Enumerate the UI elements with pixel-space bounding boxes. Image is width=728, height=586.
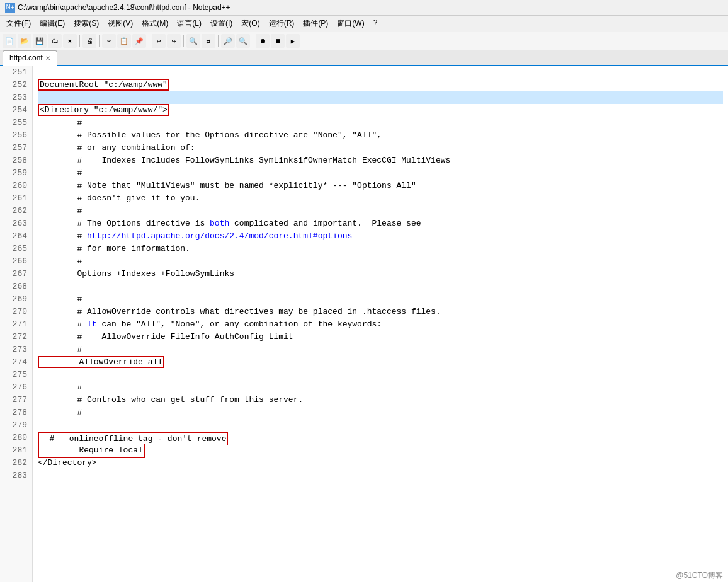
toolbar-sep-2 bbox=[99, 35, 100, 47]
line-num-274: 274 bbox=[3, 356, 27, 369]
line-num-251: 251 bbox=[3, 66, 27, 79]
tb-zoom-in[interactable]: 🔎 bbox=[221, 34, 235, 48]
code-line-280: # onlineoffline tag - don't remove bbox=[38, 432, 723, 444]
code-content[interactable]: DocumentRoot "c:/wamp/www"<Directory "c:… bbox=[33, 66, 728, 582]
code-line-265: # for more information. bbox=[38, 243, 723, 255]
code-line-268 bbox=[38, 280, 723, 293]
line-num-268: 268 bbox=[3, 280, 27, 293]
menu-item-e[interactable]: 编辑(E) bbox=[36, 17, 69, 30]
line-numbers: 2512522532542552562572582592602612622632… bbox=[0, 66, 33, 582]
line-num-275: 275 bbox=[3, 369, 27, 381]
menu-item-f[interactable]: 文件(F) bbox=[3, 17, 35, 30]
line-num-261: 261 bbox=[3, 192, 27, 205]
tab-httpd-conf[interactable]: httpd.conf ✕ bbox=[3, 50, 57, 66]
code-line-260: # Note that "MultiViews" must be named *… bbox=[38, 180, 723, 192]
toolbar-sep-1 bbox=[79, 35, 80, 47]
code-line-270: # AllowOverride controls what directives… bbox=[38, 306, 723, 318]
tb-copy[interactable]: 📋 bbox=[117, 34, 131, 48]
line-num-280: 280 bbox=[3, 432, 27, 444]
code-line-272: # AllowOverride FileInfo AuthConfig Limi… bbox=[38, 331, 723, 343]
code-line-264: # http://httpd.apache.org/docs/2.4/mod/c… bbox=[38, 230, 723, 243]
code-line-271: # It can be "All", "None", or any combin… bbox=[38, 318, 723, 331]
menu-item-o[interactable]: 宏(O) bbox=[237, 17, 263, 30]
menu-item-[interactable]: ? bbox=[370, 17, 382, 30]
menu-item-v[interactable]: 视图(V) bbox=[104, 17, 137, 30]
line-num-252: 252 bbox=[3, 79, 27, 91]
menu-item-m[interactable]: 格式(M) bbox=[138, 17, 172, 30]
line-num-256: 256 bbox=[3, 129, 27, 142]
code-line-267: Options +Indexes +FollowSymLinks bbox=[38, 268, 723, 280]
line-num-254: 254 bbox=[3, 104, 27, 117]
line-num-260: 260 bbox=[3, 180, 27, 192]
line-num-277: 277 bbox=[3, 394, 27, 406]
menu-item-w[interactable]: 窗口(W) bbox=[333, 17, 368, 30]
code-line-254: <Directory "c:/wamp/www/"> bbox=[38, 104, 723, 117]
line-num-257: 257 bbox=[3, 142, 27, 154]
code-line-266: # bbox=[38, 255, 723, 268]
line-num-278: 278 bbox=[3, 406, 27, 419]
code-line-256: # Possible values for the Options direct… bbox=[38, 129, 723, 142]
tb-open[interactable]: 📂 bbox=[18, 34, 31, 48]
code-line-269: # bbox=[38, 293, 723, 306]
menu-item-l[interactable]: 语言(L) bbox=[173, 17, 205, 30]
code-line-273: # bbox=[38, 343, 723, 356]
tab-close-btn[interactable]: ✕ bbox=[45, 55, 50, 62]
line-num-276: 276 bbox=[3, 381, 27, 394]
line-num-281: 281 bbox=[3, 444, 27, 457]
line-num-263: 263 bbox=[3, 217, 27, 230]
toolbar-sep-3 bbox=[149, 35, 149, 47]
tb-new[interactable]: 📄 bbox=[3, 34, 16, 48]
code-line-262: # bbox=[38, 205, 723, 217]
line-num-258: 258 bbox=[3, 154, 27, 167]
tb-zoom-out[interactable]: 🔍 bbox=[236, 34, 250, 48]
tb-macro-play[interactable]: ▶ bbox=[286, 34, 300, 48]
line-num-266: 266 bbox=[3, 255, 27, 268]
code-area: 2512522532542552562572582592602612622632… bbox=[0, 66, 728, 582]
code-line-258: # Indexes Includes FollowSymLinks SymLin… bbox=[38, 154, 723, 167]
toolbar-sep-6 bbox=[253, 35, 253, 47]
code-line-276: # bbox=[38, 381, 723, 394]
tb-find[interactable]: 🔍 bbox=[186, 34, 200, 48]
line-num-282: 282 bbox=[3, 457, 27, 469]
line-num-262: 262 bbox=[3, 205, 27, 217]
line-num-269: 269 bbox=[3, 293, 27, 306]
tb-macro-rec[interactable]: ⏺ bbox=[256, 34, 270, 48]
line-num-267: 267 bbox=[3, 268, 27, 280]
menu-item-i[interactable]: 设置(I) bbox=[207, 17, 236, 30]
menu-item-r[interactable]: 运行(R) bbox=[265, 17, 299, 30]
menu-item-p[interactable]: 插件(P) bbox=[299, 17, 332, 30]
line-num-271: 271 bbox=[3, 318, 27, 331]
line-num-255: 255 bbox=[3, 117, 27, 129]
tb-replace[interactable]: ⇄ bbox=[202, 34, 215, 48]
code-line-282: </Directory> bbox=[38, 457, 723, 469]
code-line-251 bbox=[38, 66, 723, 79]
menu-bar: 文件(F)编辑(E)搜索(S)视图(V)格式(M)语言(L)设置(I)宏(O)运… bbox=[0, 16, 728, 32]
line-num-259: 259 bbox=[3, 167, 27, 180]
code-line-281: Require local bbox=[38, 444, 723, 457]
line-num-283: 283 bbox=[3, 469, 27, 482]
line-num-265: 265 bbox=[3, 243, 27, 255]
line-num-273: 273 bbox=[3, 343, 27, 356]
line-num-272: 272 bbox=[3, 331, 27, 343]
code-line-274: AllowOverride all bbox=[38, 356, 723, 369]
tb-print[interactable]: 🖨 bbox=[82, 34, 96, 48]
title-bar: N+ C:\wamp\bin\apache\apache2.4.18\conf\… bbox=[0, 0, 728, 16]
code-line-277: # Controls who can get stuff from this s… bbox=[38, 394, 723, 406]
tb-close[interactable]: ✖ bbox=[63, 34, 77, 48]
line-num-270: 270 bbox=[3, 306, 27, 318]
tb-saveall[interactable]: 🗂 bbox=[48, 34, 62, 48]
tb-cut[interactable]: ✂ bbox=[102, 34, 116, 48]
line-num-279: 279 bbox=[3, 419, 27, 432]
code-line-259: # bbox=[38, 167, 723, 180]
tb-paste[interactable]: 📌 bbox=[132, 34, 146, 48]
tb-save[interactable]: 💾 bbox=[33, 34, 47, 48]
tab-bar: httpd.conf ✕ bbox=[0, 50, 728, 66]
app-icon: N+ bbox=[5, 3, 15, 13]
menu-item-s[interactable]: 搜索(S) bbox=[70, 17, 103, 30]
line-num-253: 253 bbox=[3, 91, 27, 104]
tb-macro-stop[interactable]: ⏹ bbox=[271, 34, 285, 48]
code-line-257: # or any combination of: bbox=[38, 142, 723, 154]
code-line-283 bbox=[38, 469, 723, 482]
tb-undo[interactable]: ↩ bbox=[152, 34, 166, 48]
tb-redo[interactable]: ↪ bbox=[167, 34, 181, 48]
